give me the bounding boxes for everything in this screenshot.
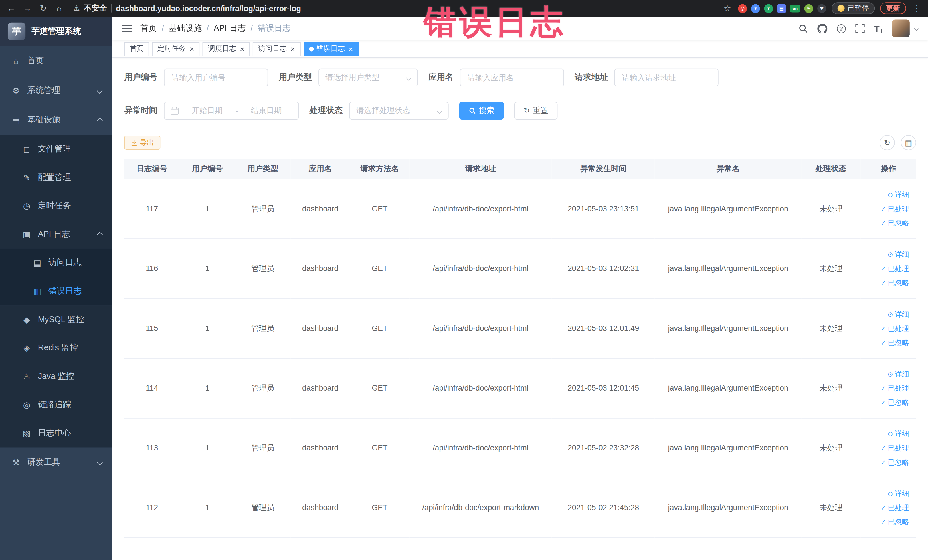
column-settings-button[interactable]: ▦ xyxy=(901,135,916,150)
breadcrumb-item[interactable]: 首页 xyxy=(140,23,157,34)
check-icon: ✓ xyxy=(881,261,886,276)
reset-button[interactable]: ↻ 重置 xyxy=(514,102,558,119)
export-button[interactable]: 导出 xyxy=(124,136,160,150)
tab-error-log[interactable]: 错误日志× xyxy=(303,42,358,56)
browser-toolbar: ← → ↻ ⌂ ⚠ 不安全 dashboard.yudao.iocoder.cn… xyxy=(0,0,928,17)
eye-icon: ⊙ xyxy=(888,366,893,381)
security-label[interactable]: 不安全 xyxy=(84,3,107,14)
tab-access-log[interactable]: 访问日志× xyxy=(253,42,301,56)
user-type-select[interactable]: 请选择用户类型 xyxy=(318,69,418,87)
sidebar-item-log-center[interactable]: ▧日志中心 xyxy=(0,419,112,448)
table-body: 1171管理员dashboardGET/api/infra/db-doc/exp… xyxy=(124,179,916,537)
extension-icon[interactable]: ◎ xyxy=(738,4,747,12)
sidebar-item-mysql-monitor[interactable]: ◆MySQL 监控 xyxy=(0,305,112,334)
search-button[interactable]: 搜索 xyxy=(459,102,504,119)
sidebar-item-infra[interactable]: ▤基础设施 xyxy=(0,105,112,135)
action-detail[interactable]: ⊙详细 xyxy=(864,366,909,381)
cell-method: GET xyxy=(350,298,409,358)
app-name-input[interactable] xyxy=(460,69,564,87)
url-text[interactable]: dashboard.yudao.iocoder.cn/infra/log/api… xyxy=(116,4,301,12)
user-id-input[interactable] xyxy=(164,69,268,87)
breadcrumb-item[interactable]: 基础设施 xyxy=(169,23,202,34)
cell-user_id: 1 xyxy=(180,358,235,418)
close-icon[interactable]: × xyxy=(348,45,353,53)
tab-job-log[interactable]: 调度日志× xyxy=(203,42,250,56)
extension-icon[interactable]: ▾ xyxy=(751,4,760,12)
end-date-placeholder[interactable]: 结束日期 xyxy=(241,105,292,116)
breadcrumb-item[interactable]: API 日志 xyxy=(214,23,246,34)
font-size-icon[interactable]: TT xyxy=(874,23,883,34)
action-detail[interactable]: ⊙详细 xyxy=(864,426,909,441)
sidebar-item-home[interactable]: ⌂首页 xyxy=(0,46,112,76)
tab-home[interactable]: 首页 xyxy=(124,42,149,56)
chevron-down-icon[interactable] xyxy=(914,26,919,31)
refresh-button[interactable]: ↻ xyxy=(879,135,895,150)
close-icon[interactable]: × xyxy=(290,45,295,53)
action-detail[interactable]: ⊙详细 xyxy=(864,486,909,500)
action-ignored[interactable]: ✓已忽略 xyxy=(864,216,909,230)
action-ignored[interactable]: ✓已忽略 xyxy=(864,455,909,469)
action-processed[interactable]: ✓已处理 xyxy=(864,441,909,455)
paused-badge[interactable]: 已暂停 xyxy=(832,2,875,14)
download-icon xyxy=(131,139,137,146)
action-detail[interactable]: ⊙详细 xyxy=(864,307,909,321)
dev-tools-icon: ⚒ xyxy=(11,458,21,467)
action-processed[interactable]: ✓已处理 xyxy=(864,321,909,336)
action-detail[interactable]: ⊙详细 xyxy=(864,247,909,261)
reload-icon[interactable]: ↻ xyxy=(38,3,49,13)
fullscreen-icon[interactable] xyxy=(855,23,865,34)
action-processed[interactable]: ✓已处理 xyxy=(864,381,909,395)
action-processed[interactable]: ✓已处理 xyxy=(864,500,909,515)
process-status-select[interactable]: 请选择处理状态 xyxy=(349,102,449,119)
extension-icon[interactable]: Y xyxy=(764,4,773,12)
sidebar-item-access-log[interactable]: ▤访问日志 xyxy=(0,249,112,277)
breadcrumb: 首页/基础设施/API 日志/错误日志 xyxy=(140,23,291,34)
action-ignored[interactable]: ✓已忽略 xyxy=(864,395,909,409)
home-icon[interactable]: ⌂ xyxy=(54,3,64,13)
sidebar-item-job[interactable]: ◷定时任务 xyxy=(0,192,112,220)
sidebar-logo-row[interactable]: 芋 芋道管理系统 xyxy=(0,17,112,46)
close-icon[interactable]: × xyxy=(189,45,194,53)
sidebar-item-redis-monitor[interactable]: ◈Redis 监控 xyxy=(0,334,112,362)
check-icon: ✓ xyxy=(881,335,886,349)
sidebar-item-dev-tools[interactable]: ⚒研发工具 xyxy=(0,447,112,477)
action-detail[interactable]: ⊙详细 xyxy=(864,188,909,202)
cell-actions: ⊙详细✓已处理✓已忽略 xyxy=(861,478,916,537)
start-date-placeholder[interactable]: 开始日期 xyxy=(181,105,233,116)
bookmark-star-icon[interactable]: ☆ xyxy=(722,3,733,13)
github-icon[interactable] xyxy=(817,23,828,34)
action-processed[interactable]: ✓已处理 xyxy=(864,201,909,216)
sidebar-item-java-monitor[interactable]: ♨Java 监控 xyxy=(0,362,112,391)
sidebar-item-trace[interactable]: ◎链路追踪 xyxy=(0,391,112,419)
action-ignored[interactable]: ✓已忽略 xyxy=(864,276,909,290)
sidebar-item-error-log[interactable]: ▥错误日志 xyxy=(0,277,112,305)
avatar[interactable] xyxy=(892,20,910,37)
hamburger-menu-icon[interactable] xyxy=(122,24,132,32)
close-icon[interactable]: × xyxy=(240,45,245,53)
action-label: 详细 xyxy=(895,188,909,202)
sidebar-item-api-log[interactable]: ▣API 日志 xyxy=(0,220,112,249)
action-ignored[interactable]: ✓已忽略 xyxy=(864,335,909,349)
exception-time-range[interactable]: 开始日期 - 结束日期 xyxy=(164,102,299,119)
extension-on-icon[interactable]: on xyxy=(790,5,800,12)
filter-exception-time: 异常时间 开始日期 - 结束日期 xyxy=(124,102,299,119)
extension-icon[interactable]: ▦ xyxy=(777,4,786,12)
action-ignored[interactable]: ✓已忽略 xyxy=(864,515,909,529)
help-icon[interactable]: ? xyxy=(837,24,846,33)
back-icon[interactable]: ← xyxy=(6,3,17,13)
update-button[interactable]: 更新 xyxy=(880,2,906,14)
tab-job[interactable]: 定时任务× xyxy=(152,42,199,56)
forward-icon[interactable]: → xyxy=(22,3,32,13)
search-icon[interactable] xyxy=(798,23,808,34)
browser-menu-dots-icon[interactable]: ⋮ xyxy=(911,3,922,13)
sidebar-item-file-manage[interactable]: ◻文件管理 xyxy=(0,135,112,163)
action-processed[interactable]: ✓已处理 xyxy=(864,261,909,276)
sidebar-item-system[interactable]: ⚙系统管理 xyxy=(0,76,112,105)
extension-icon[interactable]: ✱ xyxy=(817,4,826,12)
sidebar-item-config-manage[interactable]: ✎配置管理 xyxy=(0,163,112,192)
request-url-input[interactable] xyxy=(615,69,719,87)
extension-icon[interactable]: ❧ xyxy=(804,4,814,12)
address-bar[interactable]: ⚠ 不安全 dashboard.yudao.iocoder.cn/infra/l… xyxy=(70,3,717,14)
column-header: 日志编号 xyxy=(124,159,180,179)
cell-actions: ⊙详细✓已处理✓已忽略 xyxy=(861,179,916,239)
